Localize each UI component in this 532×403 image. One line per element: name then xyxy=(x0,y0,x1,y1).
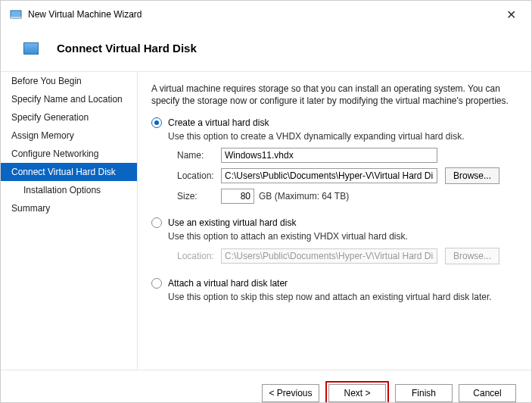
option-existing-desc: Use this option to attach an existing VH… xyxy=(168,231,518,242)
size-label: Size: xyxy=(177,191,221,202)
existing-browse-button: Browse... xyxy=(445,248,499,264)
option-existing-vhd: Use an existing virtual hard disk Use th… xyxy=(151,217,518,264)
wizard-steps: Before You Begin Specify Name and Locati… xyxy=(1,71,137,370)
existing-location-label: Location: xyxy=(177,251,221,261)
step-configure-networking[interactable]: Configure Networking xyxy=(1,145,137,163)
size-suffix: GB (Maximum: 64 TB) xyxy=(259,191,349,202)
svg-rect-1 xyxy=(11,17,21,18)
option-create-label: Create a virtual hard disk xyxy=(168,117,269,128)
step-assign-memory[interactable]: Assign Memory xyxy=(1,127,137,145)
browse-button[interactable]: Browse... xyxy=(445,167,499,184)
finish-button[interactable]: Finish xyxy=(395,384,453,402)
main-panel: A virtual machine requires storage so th… xyxy=(137,71,531,370)
previous-button[interactable]: < Previous xyxy=(262,384,319,402)
header-icon xyxy=(23,42,39,55)
step-connect-vhd[interactable]: Connect Virtual Hard Disk xyxy=(1,163,137,181)
option-create-desc: Use this option to create a VHDX dynamic… xyxy=(168,131,518,142)
existing-location-input xyxy=(221,248,437,264)
titlebar: New Virtual Machine Wizard ✕ xyxy=(1,1,531,28)
location-input[interactable] xyxy=(221,168,437,183)
page-title: Connect Virtual Hard Disk xyxy=(57,42,197,55)
option-create-vhd: Create a virtual hard disk Use this opti… xyxy=(151,117,518,204)
name-input[interactable] xyxy=(221,148,437,163)
size-input[interactable] xyxy=(221,189,254,204)
page-header: Connect Virtual Hard Disk xyxy=(1,28,531,71)
option-later-label: Attach a virtual hard disk later xyxy=(168,278,288,289)
step-before-you-begin[interactable]: Before You Begin xyxy=(1,72,137,90)
wizard-icon xyxy=(10,8,22,20)
cancel-button[interactable]: Cancel xyxy=(459,384,516,402)
option-existing-label: Use an existing virtual hard disk xyxy=(168,217,296,228)
next-button[interactable]: Next > xyxy=(328,384,386,402)
radio-create-vhd[interactable] xyxy=(151,117,162,128)
step-summary[interactable]: Summary xyxy=(1,199,137,217)
radio-attach-later[interactable] xyxy=(151,278,162,289)
location-label: Location: xyxy=(177,170,221,181)
next-highlight: Next > xyxy=(325,381,389,403)
window-title: New Virtual Machine Wizard xyxy=(28,9,500,20)
option-attach-later: Attach a virtual hard disk later Use thi… xyxy=(151,278,518,302)
intro-text: A virtual machine requires storage so th… xyxy=(151,83,518,107)
name-label: Name: xyxy=(177,150,221,161)
step-specify-generation[interactable]: Specify Generation xyxy=(1,108,137,127)
step-specify-name[interactable]: Specify Name and Location xyxy=(1,90,137,108)
option-later-desc: Use this option to skip this step now an… xyxy=(168,292,518,302)
close-icon[interactable]: ✕ xyxy=(500,8,522,22)
wizard-footer: < Previous Next > Finish Cancel xyxy=(1,370,531,403)
radio-existing-vhd[interactable] xyxy=(151,217,162,228)
step-installation-options[interactable]: Installation Options xyxy=(1,181,137,199)
